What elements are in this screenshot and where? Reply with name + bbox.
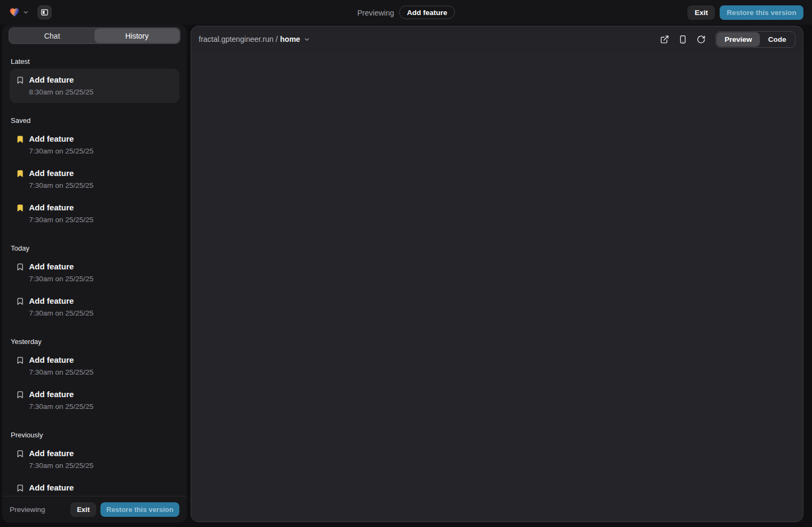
lovable-heart-icon <box>9 7 20 18</box>
history-item-timestamp: 7:30am on 25/25/25 <box>29 274 93 284</box>
tab-history[interactable]: History <box>95 28 179 43</box>
external-link-icon <box>660 35 669 44</box>
history-item-title: Add feature <box>29 167 93 179</box>
history-item-timestamp: 7:30am on 25/25/25 <box>29 180 93 191</box>
history-item-text: Add feature7:30am on 25/25/25 <box>29 482 93 496</box>
history-item-timestamp: 7:30am on 25/25/25 <box>29 460 93 471</box>
history-item-text: Add feature7:30am on 25/25/25 <box>29 202 93 225</box>
history-item-timestamp: 7:30am on 25/25/25 <box>29 215 93 225</box>
header-center: Previewing Add feature <box>357 6 455 19</box>
section-title-yesterday: Yesterday <box>11 338 179 346</box>
preview-tool-icons <box>656 31 709 47</box>
url-page: home <box>280 35 300 43</box>
history-sidebar: ChatHistory LatestAdd feature8:30am on 2… <box>2 25 187 523</box>
preview-panel: fractal.gptengineer.run / home PreviewCo… <box>191 26 803 522</box>
smartphone-button[interactable] <box>675 31 691 47</box>
history-item[interactable]: Add feature7:30am on 25/25/25 <box>10 162 179 196</box>
bookmark-filled-icon <box>16 170 24 178</box>
bookmark-outline-icon <box>16 391 24 399</box>
history-item[interactable]: Add feature7:30am on 25/25/25 <box>10 255 179 290</box>
history-item-timestamp: 8:30am on 25/25/25 <box>29 87 93 98</box>
url-selector[interactable]: fractal.gptengineer.run / home <box>199 34 310 44</box>
history-item-timestamp: 7:30am on 25/25/25 <box>29 367 93 378</box>
app-logo-menu[interactable] <box>9 7 29 18</box>
section-title-latest: Latest <box>11 57 179 65</box>
history-item-title: Add feature <box>29 295 93 307</box>
chat-history-tabbar: ChatHistory <box>9 27 180 44</box>
chevron-down-icon <box>23 9 29 16</box>
bookmark-outline-icon <box>16 484 24 492</box>
footer-previewing-label: Previewing <box>10 506 45 514</box>
history-item-title: Add feature <box>29 133 93 145</box>
view-tab-code[interactable]: Code <box>760 32 794 47</box>
history-item-timestamp: 7:30am on 25/25/25 <box>29 146 93 157</box>
history-item-title: Add feature <box>29 482 93 494</box>
refresh-icon <box>697 35 706 44</box>
history-item-text: Add feature7:30am on 25/25/25 <box>29 389 93 412</box>
exit-button[interactable]: Exit <box>687 5 715 20</box>
history-item-text: Add feature7:30am on 25/25/25 <box>29 354 93 378</box>
history-item-text: Add feature8:30am on 25/25/25 <box>29 74 93 98</box>
tab-chat[interactable]: Chat <box>10 28 95 43</box>
bookmark-filled-icon <box>16 135 24 143</box>
section-title-previously: Previously <box>11 431 179 439</box>
bookmark-outline-icon <box>16 297 24 305</box>
preview-code-toggle: PreviewCode <box>715 31 795 48</box>
history-item[interactable]: Add feature7:30am on 25/25/25 <box>10 442 179 477</box>
history-item-title: Add feature <box>29 74 93 86</box>
sidebar-toggle-button[interactable] <box>38 5 52 19</box>
history-item[interactable]: Add feature8:30am on 25/25/25 <box>10 69 179 103</box>
preview-viewport[interactable] <box>191 52 803 522</box>
header-left <box>9 5 52 19</box>
footer-restore-version-button[interactable]: Restore this version <box>100 502 179 517</box>
history-item-title: Add feature <box>29 354 93 366</box>
chevron-down-icon <box>303 36 310 43</box>
bookmark-outline-icon <box>16 76 24 84</box>
view-tab-preview[interactable]: Preview <box>716 32 760 47</box>
history-item-text: Add feature7:30am on 25/25/25 <box>29 167 93 191</box>
history-list[interactable]: LatestAdd feature8:30am on 25/25/25Saved… <box>2 44 187 496</box>
footer-exit-button[interactable]: Exit <box>70 502 96 517</box>
history-item-timestamp: 7:30am on 25/25/25 <box>29 401 93 412</box>
section-title-saved: Saved <box>11 116 179 125</box>
history-item[interactable]: Add feature7:30am on 25/25/25 <box>10 290 179 324</box>
sidebar-panel-icon <box>40 8 49 17</box>
refresh-button[interactable] <box>693 31 709 47</box>
section-title-today: Today <box>11 244 179 252</box>
history-item-text: Add feature7:30am on 25/25/25 <box>29 448 93 471</box>
header-right: Exit Restore this version <box>687 5 803 20</box>
bookmark-outline-icon <box>16 356 24 364</box>
history-item-timestamp: 7:30am on 25/25/25 <box>29 308 93 319</box>
history-item[interactable]: Add feature7:30am on 25/25/25 <box>10 383 179 418</box>
bookmark-outline-icon <box>16 450 24 458</box>
history-item-title: Add feature <box>29 261 93 273</box>
previewing-label: Previewing <box>357 8 394 17</box>
external-link-button[interactable] <box>656 31 672 47</box>
history-item[interactable]: Add feature7:30am on 25/25/25 <box>10 196 179 231</box>
sidebar-footer: Previewing Exit Restore this version <box>2 496 187 523</box>
top-header: Previewing Add feature Exit Restore this… <box>0 0 812 25</box>
history-item[interactable]: Add feature7:30am on 25/25/25 <box>10 128 179 162</box>
history-item-title: Add feature <box>29 202 93 214</box>
bookmark-outline-icon <box>16 263 24 271</box>
history-item[interactable]: Add feature7:30am on 25/25/25 <box>10 477 179 496</box>
history-item-title: Add feature <box>29 448 93 459</box>
history-item-text: Add feature7:30am on 25/25/25 <box>29 261 93 284</box>
smartphone-icon <box>678 35 687 44</box>
version-badge[interactable]: Add feature <box>400 6 455 19</box>
history-item-title: Add feature <box>29 389 93 400</box>
restore-version-button[interactable]: Restore this version <box>720 5 803 20</box>
history-item[interactable]: Add feature7:30am on 25/25/25 <box>10 349 179 383</box>
history-item-text: Add feature7:30am on 25/25/25 <box>29 133 93 157</box>
preview-toolbar: fractal.gptengineer.run / home PreviewCo… <box>191 26 803 52</box>
bookmark-filled-icon <box>16 204 24 212</box>
url-domain: fractal.gptengineer.run / <box>199 35 278 43</box>
history-item-text: Add feature7:30am on 25/25/25 <box>29 295 93 319</box>
